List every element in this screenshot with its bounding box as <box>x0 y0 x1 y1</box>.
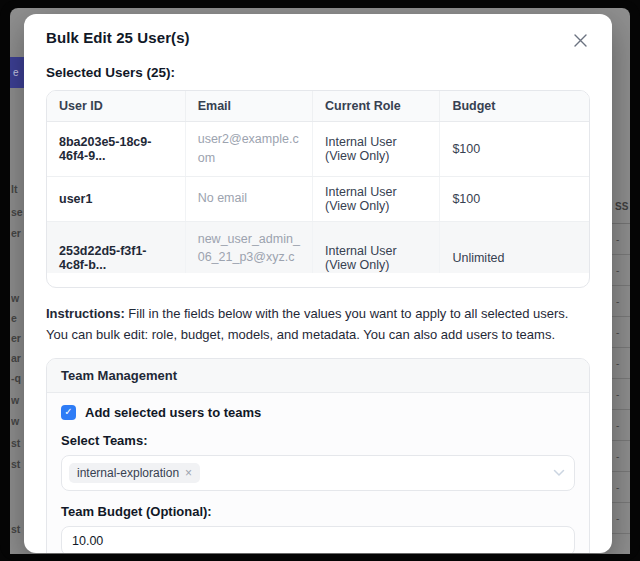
team-management-card: Team Management ✓ Add selected users to … <box>46 358 590 553</box>
email-cell: new_user_admin_06_21_p3@xyz.com <box>185 221 312 273</box>
table-header-row: User ID Email Current Role Budget <box>47 91 589 122</box>
dimmed-text-fragment: w <box>11 292 25 304</box>
budget-cell: $100 <box>440 176 589 221</box>
dimmed-cell: - <box>612 503 630 534</box>
close-button[interactable] <box>571 31 590 50</box>
dimmed-cell: - <box>612 410 630 441</box>
dimmed-text-fragment: w <box>11 415 25 427</box>
team-budget-input[interactable] <box>61 526 575 553</box>
select-teams-label: Select Teams: <box>61 433 575 448</box>
dimmed-text-fragment: st <box>11 458 25 470</box>
teams-multiselect[interactable]: internal-exploration × <box>61 455 575 491</box>
email-cell: user2@example.com <box>185 122 312 177</box>
checkmark-icon: ✓ <box>64 407 72 417</box>
dimmed-cell: - <box>612 379 630 410</box>
selected-users-table: User ID Email Current Role Budget 8ba203… <box>47 91 589 273</box>
checkbox-label: Add selected users to teams <box>85 405 261 420</box>
dimmed-cell: - <box>612 286 630 317</box>
instructions-body: Fill in the fields below with the values… <box>46 306 568 342</box>
modal-title: Bulk Edit 25 User(s) <box>46 29 190 46</box>
tag-remove-icon[interactable]: × <box>185 466 192 480</box>
table-row: 253d22d5-f3f1-4c8f-b... new_user_admin_0… <box>47 221 589 273</box>
budget-cell: $100 <box>440 122 589 177</box>
dimmed-text-fragment: se <box>11 206 25 218</box>
modal-header: Bulk Edit 25 User(s) <box>46 29 590 50</box>
column-header-user-id: User ID <box>47 91 185 122</box>
table-scroll-area[interactable]: User ID Email Current Role Budget 8ba203… <box>47 91 589 273</box>
dimmed-cell: - <box>612 255 630 286</box>
dimmed-text-fragment: er <box>11 227 25 239</box>
add-users-checkbox-row: ✓ Add selected users to teams <box>61 405 575 420</box>
dimmed-cell: - <box>612 348 630 379</box>
user-id-cell: user1 <box>47 176 185 221</box>
dimmed-cell: - <box>612 441 630 472</box>
dimmed-cell: - <box>612 317 630 348</box>
email-cell: No email <box>185 176 312 221</box>
table-row: 8ba203e5-18c9-46f4-9... user2@example.co… <box>47 122 589 177</box>
selected-users-table-container[interactable]: User ID Email Current Role Budget 8ba203… <box>46 90 590 288</box>
dimmed-text-fragment: ar <box>11 352 25 364</box>
chevron-down-icon[interactable] <box>553 469 565 477</box>
instructions-text: Instructions: Fill in the fields below w… <box>46 304 590 346</box>
dimmed-text-fragment: st <box>11 437 25 449</box>
selected-users-label: Selected Users (25): <box>46 65 590 80</box>
column-header-current-role: Current Role <box>313 91 440 122</box>
user-id-cell: 253d22d5-f3f1-4c8f-b... <box>47 221 185 273</box>
close-icon <box>573 36 588 51</box>
dimmed-cell: - <box>612 472 630 503</box>
team-tag-label: internal-exploration <box>77 466 179 480</box>
dimmed-text-fragment: e <box>11 312 25 324</box>
dimmed-nav-selected-item: e <box>10 57 25 88</box>
dimmed-text-fragment: lt <box>11 183 25 195</box>
team-tag: internal-exploration × <box>69 463 200 483</box>
team-management-body: ✓ Add selected users to teams Select Tea… <box>47 393 589 553</box>
dimmed-text-fragment: st <box>11 523 25 535</box>
add-users-to-teams-checkbox[interactable]: ✓ <box>61 405 76 420</box>
team-management-title: Team Management <box>47 359 589 393</box>
dimmed-text-fragment: er <box>11 332 25 344</box>
column-header-budget: Budget <box>440 91 589 122</box>
role-cell: Internal User (View Only) <box>313 221 440 273</box>
app-window: e lt se er w e er ar -q w w st st st SS … <box>0 0 640 561</box>
dimmed-table-column: SS - - - - - - - - - - <box>612 190 630 554</box>
role-cell: Internal User (View Only) <box>313 176 440 221</box>
dimmed-text-fragment: -q <box>11 372 25 384</box>
dimmed-column-header: SS <box>612 190 630 224</box>
dimmed-text-fragment: w <box>11 394 25 406</box>
team-budget-label: Team Budget (Optional): <box>61 504 575 519</box>
budget-cell: Unlimited <box>440 221 589 273</box>
table-row: user1 No email Internal User (View Only)… <box>47 176 589 221</box>
user-id-cell: 8ba203e5-18c9-46f4-9... <box>47 122 185 177</box>
instructions-label: Instructions: <box>46 306 125 321</box>
role-cell: Internal User (View Only) <box>313 122 440 177</box>
column-header-email: Email <box>185 91 312 122</box>
bulk-edit-modal: Bulk Edit 25 User(s) Selected Users (25)… <box>24 14 612 553</box>
dimmed-cell: - <box>612 224 630 255</box>
